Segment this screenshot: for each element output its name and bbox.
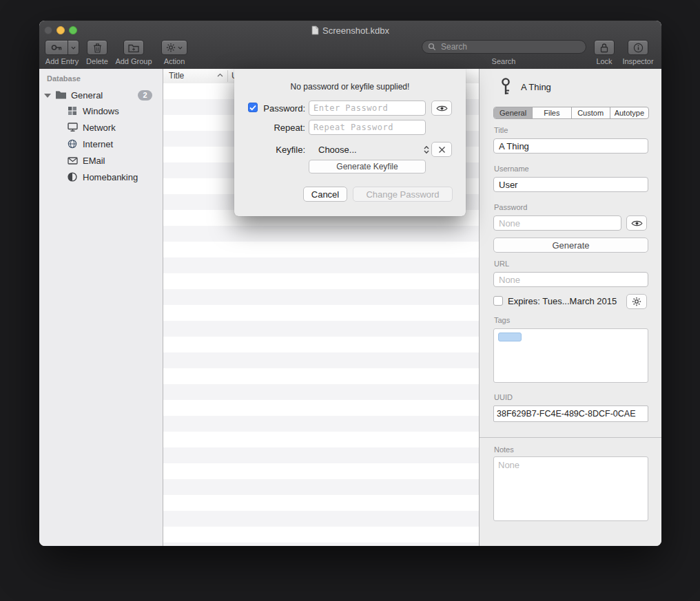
enter-password-input[interactable] [309,101,426,116]
generate-keyfile-button[interactable]: Generate Keyfile [309,160,426,173]
lock-icon [600,43,608,53]
gear-icon [166,43,176,52]
inspector-tabs: General Files Custom Autotype [493,107,649,119]
sidebar-item-windows[interactable]: Windows [39,103,163,120]
search-label: Search [476,57,531,65]
checkmark-icon [249,105,256,111]
sort-ascending-icon [217,73,223,77]
uuid-field-label: UUID [494,393,513,401]
envelope-icon [68,157,78,165]
inspector-button[interactable] [628,40,648,55]
app-window: Screenshot.kdbx Add Entry Delete Add Gro… [39,21,661,546]
keyfile-label: Keyfile: [259,145,305,155]
add-entry-button[interactable] [45,40,79,55]
chevron-down-icon [178,46,183,50]
column-divider[interactable] [227,70,228,82]
action-label: Action [154,57,195,65]
globe-icon [68,139,77,149]
sidebar-item-email[interactable]: EMail [39,153,163,169]
add-group-label: Add Group [110,57,158,65]
sidebar-item-internet[interactable]: Internet [39,136,163,153]
close-x-icon [438,146,446,154]
folder-plus-icon [128,43,139,52]
key-icon [499,77,513,96]
sidebar-item-label: EMail [83,156,105,166]
change-password-button-label: Change Password [366,189,439,200]
username-field[interactable] [493,177,648,192]
search-field[interactable] [422,40,586,54]
search-input[interactable] [440,41,580,52]
lock-button[interactable] [594,40,615,55]
trash-icon [93,43,102,53]
sidebar-item-label: Network [83,123,116,133]
column-header-title[interactable]: Title [169,71,184,81]
uuid-field[interactable] [493,405,648,422]
title-field[interactable] [493,138,648,154]
eye-icon [436,105,448,112]
sidebar-item-network[interactable]: Network [39,120,163,136]
url-field[interactable] [493,272,648,287]
sidebar-item-label: General [71,90,103,101]
tab-files[interactable]: Files [533,107,571,118]
sidebar-item-label: Internet [83,139,113,149]
cancel-button-label: Cancel [311,189,339,200]
expiry-settings-button[interactable] [626,294,647,309]
stepper-icon [424,145,429,154]
change-password-button[interactable]: Change Password [353,187,453,202]
chevron-down-icon [71,46,76,50]
tab-general[interactable]: General [494,107,533,118]
search-icon [428,43,436,51]
sidebar-item-general[interactable]: General 2 [39,87,163,104]
generate-keyfile-label: Generate Keyfile [336,162,398,171]
action-button[interactable] [161,40,187,55]
notes-field[interactable] [494,457,648,520]
password-field-label: Password [494,203,527,211]
repeat-password-input[interactable] [309,120,426,135]
change-password-dialog: No password or keyfile supplied! Passwor… [234,69,466,216]
info-icon [633,43,644,53]
generate-button-label: Generate [552,240,589,251]
tags-field-label: Tags [494,316,510,324]
repeat-label: Repeat: [259,123,305,133]
gear-icon [632,297,641,306]
windows-icon [68,106,77,116]
tab-custom[interactable]: Custom [572,107,610,118]
reveal-password-button[interactable] [626,215,647,231]
tag-token[interactable] [498,333,522,341]
folder-icon [55,90,67,99]
generate-password-button[interactable]: Generate [493,238,648,253]
titlebar-toolbar: Screenshot.kdbx Add Entry Delete Add Gro… [39,21,661,70]
expires-checkbox[interactable] [493,296,503,306]
sidebar-section-header: Database [47,74,81,83]
coin-icon [68,172,77,182]
clear-keyfile-button[interactable] [431,142,452,157]
inspector-panel: A Thing General Files Custom Autotype Ti… [479,69,661,546]
key-icon [51,43,62,52]
document-icon [311,25,319,35]
notes-box [493,456,648,521]
reveal-password-button[interactable] [431,101,452,116]
title-field-label: Title [494,126,508,134]
sidebar-item-homebanking[interactable]: Homebanking [39,169,163,186]
sidebar-item-label: Windows [83,106,119,116]
password-checkbox[interactable] [248,103,258,112]
add-group-button[interactable] [123,40,144,55]
username-field-label: Username [494,165,529,173]
sidebar: Database General 2 Windows Network Inter… [39,69,163,546]
cancel-button[interactable]: Cancel [303,187,347,202]
delete-button[interactable] [87,40,107,55]
entry-count-badge: 2 [138,90,152,101]
disclosure-triangle-icon[interactable] [44,94,51,98]
expires-label: Expires: Tues...March 2015 [508,296,617,306]
password-field[interactable] [493,215,621,231]
tab-autotype[interactable]: Autotype [610,107,648,118]
section-divider [480,437,661,438]
tags-box[interactable] [493,328,648,383]
keyfile-popup-button[interactable]: Choose... [309,142,429,157]
window-title: Screenshot.kdbx [39,25,661,36]
window-title-text: Screenshot.kdbx [322,25,389,36]
eye-icon [631,220,643,227]
network-icon [68,123,78,132]
url-field-label: URL [494,260,509,268]
dialog-message: No password or keyfile supplied! [234,82,466,92]
